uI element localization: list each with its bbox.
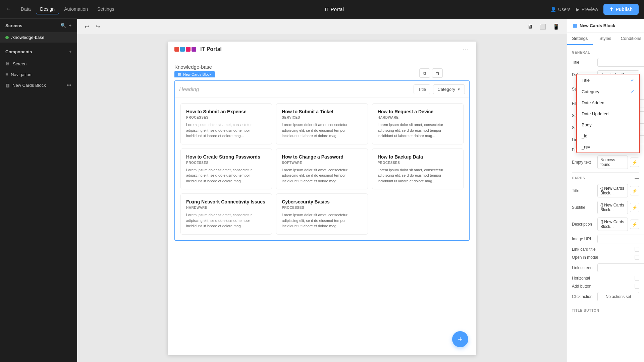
cards-block-dots[interactable]: ••• bbox=[66, 82, 71, 88]
desktop-view-button[interactable]: 🖥 bbox=[525, 22, 535, 31]
link-card-title-checkbox[interactable] bbox=[635, 247, 639, 252]
block-label-icon: ▦ bbox=[178, 72, 181, 76]
title-input[interactable] bbox=[597, 58, 644, 67]
image-url-row: Image URL ⚡ bbox=[572, 234, 639, 244]
component-navigation[interactable]: ≡ Navigation bbox=[0, 69, 77, 80]
dropdown-item[interactable]: Date Added bbox=[577, 97, 639, 108]
mobile-view-button[interactable]: 📱 bbox=[551, 22, 561, 31]
cards-collapse-button[interactable]: — bbox=[635, 175, 639, 181]
block-container: ▦ New Cards Block ⧉ 🗑 Heading Title bbox=[174, 80, 470, 241]
card-title: Cybersecurity Basics bbox=[282, 199, 362, 204]
cards-subtitle-label: Subtitle bbox=[572, 205, 595, 210]
card-category: HARDWARE bbox=[378, 116, 458, 119]
search-placeholder-text: Heading bbox=[179, 86, 411, 93]
delete-block-button[interactable]: 🗑 bbox=[432, 68, 443, 78]
card-category: PROCESSES bbox=[282, 206, 362, 209]
tab-styles[interactable]: Styles bbox=[593, 33, 618, 45]
open-in-modal-checkbox[interactable] bbox=[635, 255, 639, 260]
logo-purple bbox=[192, 47, 196, 52]
card-body-text: Lorem ipsum dolor sit amet, consectetur … bbox=[282, 167, 362, 184]
link-screen-row: Link screen ⚡ ▼ bbox=[572, 263, 639, 273]
divider-1 bbox=[572, 172, 639, 173]
dropdown-item-label: Date Added bbox=[582, 100, 604, 105]
tablet-view-button[interactable]: ⬜ bbox=[537, 22, 548, 31]
cards-section-header: CARDS — bbox=[572, 175, 639, 181]
add-button-checkbox[interactable] bbox=[635, 284, 639, 289]
fab-button[interactable]: + bbox=[452, 331, 468, 347]
card-title: How to Change a Password bbox=[282, 154, 362, 160]
cards-title-bolt[interactable]: ⚡ bbox=[630, 186, 639, 195]
preview-button[interactable]: ▶ Preview bbox=[576, 7, 598, 12]
dropdown-item[interactable]: Title ✓ bbox=[577, 74, 639, 86]
cards-subtitle-bolt[interactable]: ⚡ bbox=[630, 203, 639, 212]
preview-logo bbox=[174, 47, 196, 52]
card-category: HARDWARE bbox=[186, 206, 266, 209]
dropdown-item[interactable]: Date Updated bbox=[577, 108, 639, 119]
dropdown-item-label: Date Updated bbox=[582, 111, 608, 116]
logo-blue bbox=[180, 47, 185, 52]
nav-design[interactable]: Design bbox=[36, 4, 59, 14]
no-actions-button[interactable]: No actions set bbox=[597, 292, 639, 301]
nav-links: Data Design Automation Settings bbox=[17, 4, 118, 14]
preview-body: Knowledge-base ▦ New Cards Block ⧉ 🗑 bbox=[168, 57, 476, 247]
duplicate-block-button[interactable]: ⧉ bbox=[419, 68, 430, 78]
add-screen-icon[interactable]: + bbox=[69, 23, 71, 28]
tab-settings[interactable]: Settings bbox=[567, 33, 593, 45]
preview-options-icon[interactable]: ⋯ bbox=[463, 46, 470, 53]
card-category: SOFTWARE bbox=[282, 161, 362, 165]
image-url-input[interactable] bbox=[597, 235, 644, 243]
dropdown-item-label: _rev bbox=[582, 144, 590, 149]
undo-button[interactable]: ↩ bbox=[83, 22, 91, 31]
canvas-content: IT Portal ⋯ Knowledge-base ▦ New Cards B… bbox=[77, 35, 567, 362]
dropdown-item[interactable]: Category ✓ bbox=[577, 86, 639, 97]
navigation-component-icon: ≡ bbox=[5, 72, 8, 77]
tab-conditions[interactable]: Conditions bbox=[618, 33, 644, 45]
users-button[interactable]: 👤 Users bbox=[550, 7, 571, 12]
cards-desc-row: Description {{ New Cards Block... ⚡ bbox=[572, 218, 639, 231]
list-item: How to Create Strong Passwords PROCESSES… bbox=[180, 148, 272, 190]
block-actions: ⧉ 🗑 bbox=[419, 68, 443, 78]
cards-title-row: Title {{ New Cards Block... ⚡ bbox=[572, 184, 639, 197]
nav-data[interactable]: Data bbox=[17, 4, 35, 14]
screen-item-knowledge-base[interactable]: /knowledge-base bbox=[0, 32, 77, 43]
panel-tabs: Settings Styles Conditions bbox=[567, 33, 644, 45]
search-category-dropdown[interactable]: Category ▼ bbox=[433, 84, 465, 94]
empty-text-value: No rows found bbox=[597, 156, 628, 169]
empty-text-bolt-button[interactable]: ⚡ bbox=[630, 158, 639, 167]
dropdown-item[interactable]: _rev bbox=[577, 141, 639, 153]
panel-title: New Cards Block bbox=[580, 23, 615, 28]
horizontal-checkbox[interactable] bbox=[635, 276, 639, 281]
nav-automation[interactable]: Automation bbox=[60, 4, 92, 14]
card-category: PROCESSES bbox=[186, 161, 266, 165]
canvas-area: ↩ ↪ 🖥 ⬜ 📱 IT Portal ⋯ bbox=[77, 19, 567, 362]
card-body-text: Lorem ipsum dolor sit amet, consectetur … bbox=[378, 167, 458, 184]
component-screen[interactable]: 🖥 Screen bbox=[0, 58, 77, 69]
dropdown-item[interactable]: Body bbox=[577, 119, 639, 130]
card-body-text: Lorem ipsum dolor sit amet, consectetur … bbox=[186, 212, 266, 229]
search-columns-dropdown[interactable]: Title ✓ Category ✓ Date Added Date Updat… bbox=[576, 74, 640, 153]
nav-settings[interactable]: Settings bbox=[93, 4, 118, 14]
publish-button[interactable]: ⬆ Publish bbox=[603, 4, 639, 15]
component-cards-block[interactable]: ▦ New Cards Block ••• bbox=[0, 80, 77, 90]
card-title: How to Backup Data bbox=[378, 154, 458, 160]
cards-block-component-icon: ▦ bbox=[5, 82, 10, 88]
dropdown-item-label: _id bbox=[582, 133, 587, 138]
link-screen-input[interactable] bbox=[597, 263, 644, 272]
block-label: ▦ New Cards Block bbox=[174, 71, 215, 77]
dropdown-item[interactable]: _id bbox=[577, 130, 639, 141]
screens-header-icons: 🔍 + bbox=[60, 23, 71, 28]
screen-component-icon: 🖥 bbox=[5, 61, 10, 66]
right-actions: 👤 Users ▶ Preview ⬆ Publish bbox=[550, 4, 639, 15]
redo-button[interactable]: ↪ bbox=[94, 22, 102, 31]
preview-frame: IT Portal ⋯ Knowledge-base ▦ New Cards B… bbox=[168, 42, 476, 355]
add-component-icon[interactable]: + bbox=[69, 49, 71, 54]
cards-subtitle-row: Subtitle {{ New Cards Block... ⚡ bbox=[572, 201, 639, 214]
back-button[interactable]: ← bbox=[5, 6, 11, 13]
search-icon[interactable]: 🔍 bbox=[60, 23, 66, 28]
card-title: Fixing Network Connectivity Issues bbox=[186, 199, 266, 204]
general-section-label: GENERAL bbox=[572, 51, 639, 54]
cards-desc-label: Description bbox=[572, 222, 595, 227]
search-title-tag: Title bbox=[414, 84, 430, 94]
title-button-collapse-button[interactable]: — bbox=[635, 308, 639, 313]
cards-desc-bolt[interactable]: ⚡ bbox=[630, 220, 639, 229]
